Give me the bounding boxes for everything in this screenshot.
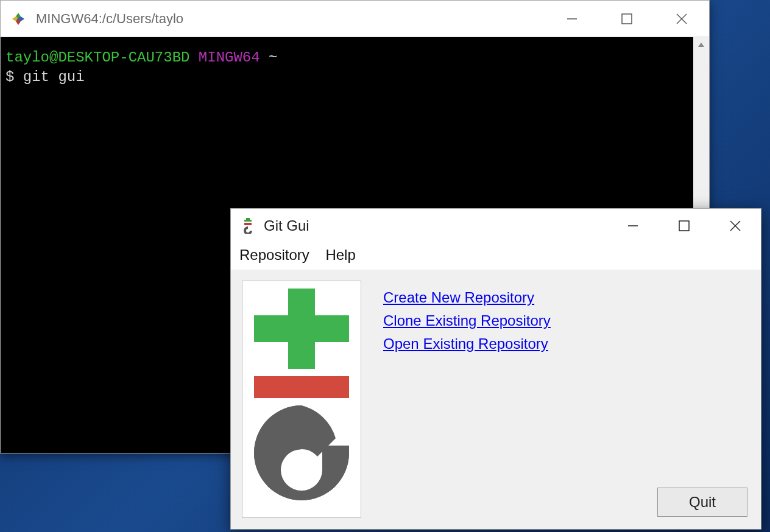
gitgui-app-icon	[241, 219, 255, 233]
terminal-titlebar[interactable]: MINGW64:/c/Users/taylo	[1, 1, 709, 37]
maximize-button[interactable]	[599, 1, 654, 37]
gitgui-body: Create New Repository Clone Existing Rep…	[231, 270, 761, 529]
minimize-button[interactable]	[607, 209, 659, 243]
quit-button[interactable]: Quit	[657, 488, 747, 517]
mingw-icon	[12, 12, 25, 26]
window-controls	[545, 1, 709, 37]
prompt-user: taylo@DESKTOP-CAU73BD	[5, 49, 189, 66]
close-button[interactable]	[654, 1, 709, 37]
prompt-path: ~	[269, 49, 277, 66]
gitgui-logo	[242, 281, 361, 518]
terminal-title: MINGW64:/c/Users/taylo	[36, 11, 545, 27]
close-button[interactable]	[710, 209, 761, 243]
gitgui-titlebar[interactable]: Git Gui	[231, 209, 761, 243]
menu-repository[interactable]: Repository	[239, 247, 309, 264]
scrollbar-up-icon[interactable]	[693, 37, 709, 53]
gitgui-window: Git Gui Repository Help	[230, 208, 761, 530]
svg-rect-13	[679, 221, 689, 231]
clone-repo-link[interactable]: Clone Existing Repository	[383, 312, 551, 329]
menu-help[interactable]: Help	[325, 247, 355, 264]
terminal-command-line: $ git gui	[5, 68, 704, 87]
terminal-command: git gui	[23, 69, 85, 85]
prompt-symbol: $	[5, 69, 14, 85]
gitgui-menubar: Repository Help	[231, 243, 761, 270]
maximize-button[interactable]	[659, 209, 710, 243]
svg-rect-11	[244, 223, 252, 225]
prompt-env: MINGW64	[199, 49, 260, 66]
git-logo-icon	[245, 284, 358, 515]
gitgui-title: Git Gui	[264, 217, 607, 234]
svg-rect-10	[244, 220, 252, 222]
minimize-button[interactable]	[545, 1, 599, 37]
gitgui-actions: Create New Repository Clone Existing Rep…	[383, 281, 551, 352]
svg-rect-18	[254, 376, 349, 398]
gitgui-window-controls	[607, 209, 761, 243]
svg-rect-17	[254, 315, 349, 342]
svg-marker-8	[698, 43, 704, 47]
create-repo-link[interactable]: Create New Repository	[383, 289, 551, 306]
open-repo-link[interactable]: Open Existing Repository	[383, 335, 551, 352]
terminal-prompt-line: taylo@DESKTOP-CAU73BD MINGW64 ~	[5, 48, 704, 68]
svg-rect-5	[622, 14, 632, 24]
